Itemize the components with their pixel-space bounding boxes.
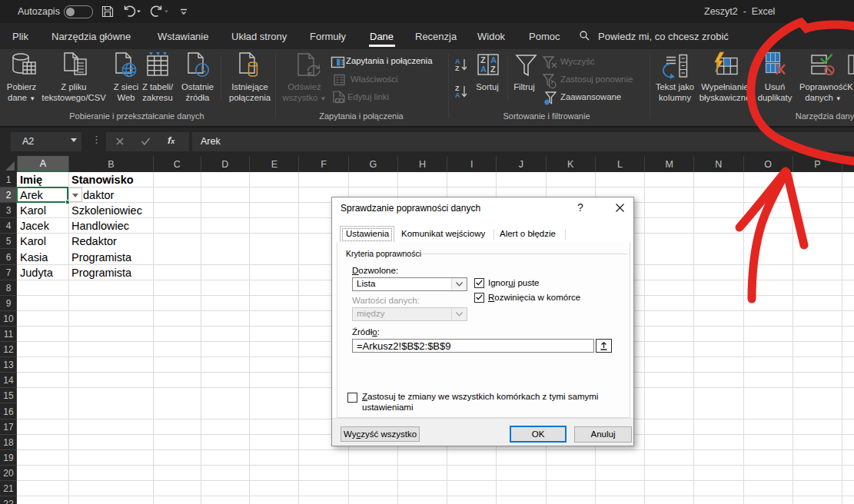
svg-text:Z: Z bbox=[480, 55, 486, 65]
svg-text:Z: Z bbox=[455, 65, 460, 72]
svg-text:A: A bbox=[480, 65, 487, 74]
svg-text:A: A bbox=[455, 91, 460, 99]
svg-text:A: A bbox=[490, 55, 497, 65]
svg-text:Z: Z bbox=[490, 65, 496, 74]
